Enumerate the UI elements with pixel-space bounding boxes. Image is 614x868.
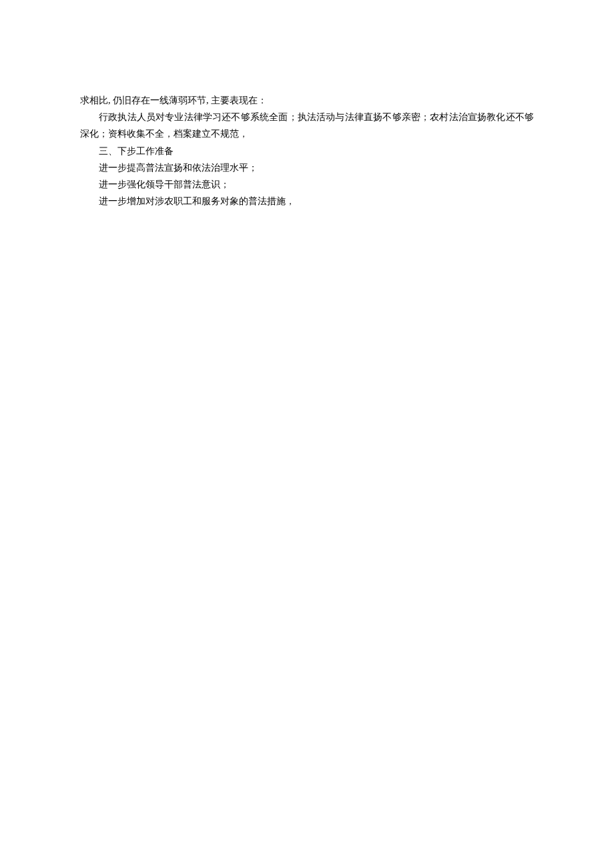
document-body: 求相比, 仍旧存在一线薄弱环节, 主要表现在： 行政执法人员对专业法律学习还不够… — [80, 92, 534, 209]
section-heading-3: 三、下步工作准备 — [80, 143, 534, 159]
paragraph-plan-1: 进一步提高普法宣扬和依法治理水平； — [80, 159, 534, 176]
paragraph-plan-2: 进一步强化领导干部普法意识； — [80, 176, 534, 193]
paragraph-issues: 行政执法人员对专业法律学习还不够系统全面；执法活动与法律直扬不够亲密；农村法治宣… — [80, 109, 534, 142]
paragraph-plan-3: 进一步增加对涉农职工和服务对象的普法措施， — [80, 193, 534, 209]
paragraph-continuation: 求相比, 仍旧存在一线薄弱环节, 主要表现在： — [80, 92, 534, 109]
